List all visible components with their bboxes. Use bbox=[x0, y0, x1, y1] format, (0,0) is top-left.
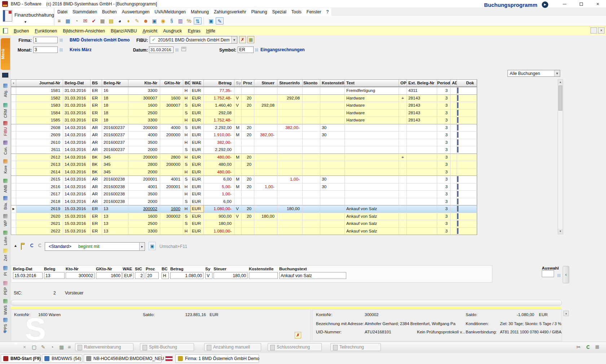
app-menu-item-datei[interactable]: Datei bbox=[55, 8, 70, 16]
monat-handle-icon[interactable] bbox=[60, 48, 62, 52]
program-menu-item-bilanzanbu[interactable]: Bilanz/ANBU bbox=[108, 28, 140, 34]
table-row[interactable]: 158131.03.2016ER163300HEUR77,35-Fremdfer… bbox=[11, 87, 477, 94]
column-header-bc[interactable]: BC bbox=[183, 80, 190, 86]
table-row[interactable]: 158431.03.2016ER182500SEUR292,08Hardware… bbox=[11, 109, 477, 117]
table-row[interactable]: 261414.03.2016BK3452000HEUR480,00-3 bbox=[11, 168, 477, 176]
firma-input[interactable] bbox=[33, 37, 58, 43]
entry-field-input-bc[interactable] bbox=[162, 272, 169, 279]
sidebar-item-wws[interactable]: WWS bbox=[0, 299, 11, 316]
app-menu-item-uvameldungen[interactable]: UVA/Meldungen bbox=[152, 8, 188, 16]
close-panel-button[interactable]: ✗ bbox=[295, 332, 301, 338]
new-doc-icon[interactable]: ▢ bbox=[32, 344, 36, 350]
sidebar-item-pep[interactable]: PEP bbox=[0, 281, 11, 296]
table-row[interactable]: 261014.03.2016AR2016002373500HEUR382,00-… bbox=[11, 139, 477, 146]
scrollbar-thumb[interactable] bbox=[558, 85, 562, 111]
program-menu-item-buchen[interactable]: Buchen bbox=[11, 28, 32, 34]
grid-icon[interactable]: ▦ bbox=[595, 344, 599, 349]
document-icon[interactable] bbox=[457, 102, 458, 108]
document-icon[interactable] bbox=[457, 184, 458, 190]
folder-icon[interactable] bbox=[21, 244, 22, 250]
entry-field-input-stc[interactable] bbox=[135, 272, 144, 279]
refresh-icon[interactable] bbox=[38, 244, 42, 247]
column-header-belegdat[interactable]: Beleg-Dat bbox=[63, 80, 91, 86]
document-icon[interactable] bbox=[457, 88, 458, 93]
document-icon[interactable] bbox=[457, 199, 458, 204]
datum-handle-icon[interactable] bbox=[176, 48, 178, 52]
datum-input[interactable] bbox=[149, 46, 174, 53]
document-icon[interactable] bbox=[457, 132, 458, 138]
monat-input[interactable] bbox=[33, 46, 58, 53]
entry-field-input-buchungstext[interactable] bbox=[279, 272, 346, 279]
auswahl-input[interactable] bbox=[542, 270, 554, 277]
panel-scroll-up-icon[interactable]: ▴ bbox=[563, 311, 569, 316]
app-menu-item-zahlungsverkehr[interactable]: Zahlungsverkehr bbox=[211, 8, 249, 16]
table-row[interactable]: 261714.03.2016AR2016002383500HEUR1,00-3 bbox=[11, 190, 477, 198]
user-icon[interactable]: ☻ bbox=[142, 17, 150, 25]
document-icon[interactable] bbox=[457, 221, 458, 226]
doc-percent-icon[interactable]: % bbox=[185, 17, 193, 25]
table-row[interactable]: 262215.03.2016ER133300HEUR1.080,00-Ankau… bbox=[11, 227, 477, 235]
cell-dok[interactable] bbox=[457, 139, 477, 146]
table-row[interactable]: ▶261915.03.2016ER133000021600HEUR1.080,0… bbox=[11, 205, 477, 213]
note-edit-icon[interactable]: ✎ bbox=[133, 17, 141, 25]
undo-icon[interactable] bbox=[30, 244, 34, 247]
refresh-green-icon[interactable] bbox=[587, 345, 590, 349]
sync-icon[interactable]: ⇅ bbox=[194, 17, 202, 25]
clear-fibu-button[interactable]: ✗ bbox=[239, 36, 246, 43]
sidebar-item-crm[interactable]: CRM bbox=[0, 103, 11, 119]
calendar-icon[interactable]: ▦ bbox=[64, 17, 72, 25]
table-row[interactable]: 262115.03.2016ER132500SEUR180,00Ankauf v… bbox=[11, 220, 477, 227]
column-header-text[interactable]: Text bbox=[345, 80, 399, 86]
cell-dok[interactable] bbox=[457, 213, 477, 220]
auswahl-handle-icon[interactable] bbox=[558, 274, 560, 277]
taskbar-item-3[interactable]: NB-HOC456\BMD:BMDDEMO_NEU bbox=[84, 354, 162, 363]
cell-dok[interactable] bbox=[457, 176, 477, 183]
sidebar-item-fibu[interactable]: FIBU bbox=[0, 121, 11, 137]
sidebar-item-allg[interactable]: Allg. bbox=[0, 84, 11, 98]
document-icon[interactable] bbox=[457, 176, 458, 182]
firma-handle-icon[interactable] bbox=[60, 39, 62, 42]
coins-icon[interactable]: ◉ bbox=[159, 17, 167, 25]
panel-collapse-bar[interactable]: ‹ bbox=[563, 266, 569, 283]
table-row[interactable]: 261614.03.2016AR2016002384001200001HEUR5… bbox=[11, 183, 477, 191]
search-preset[interactable]: <Standard> bbox=[49, 244, 71, 249]
program-menu-item-bildschirmansichten[interactable]: Bildschirm-Ansichten bbox=[60, 28, 108, 34]
doc-check-icon[interactable]: ✔ bbox=[90, 17, 98, 25]
module-selector[interactable]: Finanzbuchhaltung ▼ bbox=[0, 8, 54, 25]
cell-dok[interactable] bbox=[457, 183, 477, 191]
column-header-belegnr[interactable]: Beleg-Nr bbox=[102, 80, 128, 86]
document-icon[interactable] bbox=[457, 213, 458, 219]
close-button[interactable]: × bbox=[589, 0, 606, 8]
column-header-extbelegnr[interactable]: Ext. Beleg-Nr bbox=[407, 80, 437, 86]
column-header-kostenstelle[interactable]: Kostenstelle bbox=[320, 80, 345, 86]
program-menu-item-ansicht[interactable]: Ansicht bbox=[140, 28, 160, 34]
entry-field-input-ktonr[interactable] bbox=[66, 272, 95, 279]
sort-marker-icon[interactable]: ▾ bbox=[11, 80, 16, 86]
close-subwindow-button[interactable]: × bbox=[598, 27, 605, 34]
entry-field-input-gktonr[interactable] bbox=[96, 272, 122, 279]
sidebar-item-bila[interactable]: Bila. bbox=[0, 196, 11, 210]
table-row[interactable]: 261514.03.2016AR2016002382000014001SEUR6… bbox=[11, 176, 477, 183]
paragraph-icon[interactable]: § bbox=[168, 17, 176, 25]
app-menu-item-fenster[interactable]: Fenster bbox=[304, 8, 324, 16]
mail-icon[interactable]: ✉ bbox=[81, 17, 89, 25]
search-preset-box[interactable]: <Standard> beginnt mit ▸ bbox=[45, 242, 145, 251]
table-row[interactable]: 158231.03.2016ER183000071600HEUR1.752,48… bbox=[11, 94, 477, 102]
entry-field-input-belegdat[interactable] bbox=[13, 272, 43, 279]
users-icon[interactable]: ≡ bbox=[55, 17, 63, 25]
column-header-skonto[interactable]: Skonto bbox=[303, 80, 320, 86]
document-icon[interactable] bbox=[457, 110, 458, 116]
column-header-dok[interactable]: Dok bbox=[457, 80, 477, 86]
table-scrollbar[interactable]: ▲ ▼ bbox=[558, 79, 563, 234]
entry-field-input-steuer[interactable] bbox=[214, 272, 247, 279]
doc-ribbon-icon[interactable]: ▥ bbox=[176, 17, 184, 25]
table-row[interactable]: 261214.03.2016BK3452000002800HEUR480,00-… bbox=[11, 154, 477, 161]
program-menu-item-funktionen[interactable]: Funktionen bbox=[32, 28, 60, 34]
chevron-down-icon[interactable]: ▼ bbox=[231, 36, 237, 43]
minimize-button[interactable] bbox=[556, 0, 573, 8]
table-row[interactable]: 158531.03.2016ER183300HEUR1.752,48-Hardw… bbox=[11, 116, 477, 124]
document-icon[interactable] bbox=[457, 95, 458, 101]
calculator-icon[interactable]: ▦ bbox=[98, 17, 106, 25]
app-menu-item-tools[interactable]: Tools bbox=[289, 8, 304, 16]
column-header-journalnr[interactable]: Journal-Nr bbox=[16, 80, 63, 86]
